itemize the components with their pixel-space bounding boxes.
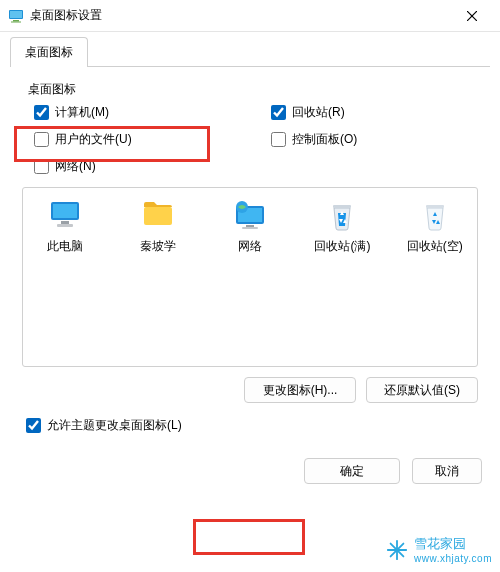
annotation-highlight-ok: [193, 519, 305, 555]
icon-item-userfolder[interactable]: 秦坡学: [123, 198, 191, 255]
icon-item-bin-full[interactable]: 回收站(满): [308, 198, 376, 255]
allow-theme-label: 允许主题更改桌面图标(L): [47, 417, 182, 434]
recycle-full-icon: [325, 198, 359, 232]
app-icon: [8, 8, 24, 24]
icon-item-label: 回收站(空): [407, 238, 463, 255]
checkbox-recycle-input[interactable]: [271, 105, 286, 120]
watermark: 雪花家园 www.xhjaty.com: [384, 533, 494, 566]
watermark-url: www.xhjaty.com: [414, 553, 492, 564]
icon-item-label: 秦坡学: [140, 238, 176, 255]
checkbox-recycle-label: 回收站(R): [292, 104, 345, 121]
content-area: 桌面图标 计算机(M) 回收站(R) 用户的文件(U) 控制面板(O) 网络(N…: [0, 67, 500, 444]
title-bar: 桌面图标设置: [0, 0, 500, 32]
close-button[interactable]: [452, 0, 492, 32]
icon-item-label: 网络: [238, 238, 262, 255]
footer-buttons: 确定 取消: [0, 444, 500, 484]
svg-line-20: [391, 543, 404, 556]
icon-item-label: 此电脑: [47, 238, 83, 255]
icon-item-this-pc[interactable]: 此电脑: [31, 198, 99, 255]
svg-rect-10: [144, 207, 172, 225]
svg-rect-15: [242, 227, 258, 229]
checkbox-computer-label: 计算机(M): [55, 104, 109, 121]
watermark-text: 雪花家园: [414, 536, 466, 551]
snowflake-icon: [386, 539, 408, 561]
svg-rect-17: [426, 205, 444, 208]
allow-theme-input[interactable]: [26, 418, 41, 433]
allow-theme-checkbox[interactable]: 允许主题更改桌面图标(L): [26, 417, 478, 434]
svg-rect-16: [333, 205, 351, 208]
folder-icon: [141, 198, 175, 232]
ok-button[interactable]: 确定: [304, 458, 400, 484]
icon-item-network[interactable]: 网络: [216, 198, 284, 255]
icon-item-bin-empty[interactable]: 回收站(空): [401, 198, 469, 255]
icon-item-label: 回收站(满): [314, 238, 370, 255]
restore-defaults-button[interactable]: 还原默认值(S): [366, 377, 478, 403]
checkbox-computer-input[interactable]: [34, 105, 49, 120]
svg-rect-7: [53, 204, 77, 218]
cancel-button[interactable]: 取消: [412, 458, 482, 484]
monitor-icon: [48, 198, 82, 232]
annotation-highlight-computer: [14, 126, 210, 162]
window-title: 桌面图标设置: [30, 7, 452, 24]
network-icon: [233, 198, 267, 232]
close-icon: [467, 11, 477, 21]
svg-rect-1: [10, 11, 22, 18]
tab-strip: 桌面图标: [0, 32, 500, 66]
checkbox-cpanel-label: 控制面板(O): [292, 131, 357, 148]
icon-buttons-row: 更改图标(H)... 还原默认值(S): [22, 377, 478, 403]
checkbox-cpanel[interactable]: 控制面板(O): [271, 131, 478, 148]
icon-preview-panel: 此电脑 秦坡学 网络: [22, 187, 478, 367]
svg-rect-2: [13, 20, 19, 22]
svg-rect-3: [11, 21, 21, 22]
checkbox-recycle[interactable]: 回收站(R): [271, 104, 478, 121]
svg-line-21: [391, 543, 404, 556]
tab-desktop-icons[interactable]: 桌面图标: [10, 37, 88, 67]
group-label: 桌面图标: [28, 81, 478, 98]
change-icon-button[interactable]: 更改图标(H)...: [244, 377, 356, 403]
checkbox-cpanel-input[interactable]: [271, 132, 286, 147]
checkbox-computer[interactable]: 计算机(M): [34, 104, 241, 121]
svg-rect-8: [61, 221, 69, 224]
svg-rect-9: [57, 224, 73, 227]
svg-rect-14: [246, 225, 254, 227]
recycle-empty-icon: [418, 198, 452, 232]
